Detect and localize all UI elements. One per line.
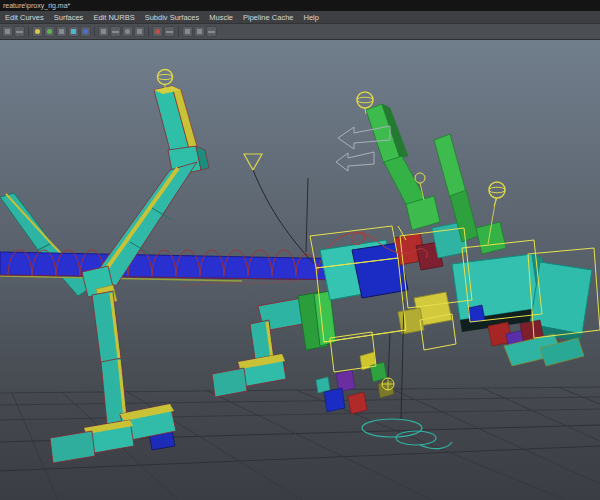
highlight-selection-yellow-icon[interactable] xyxy=(32,26,43,37)
toolbar-separator xyxy=(178,26,179,37)
menu-edit-nurbs[interactable]: Edit NURBS xyxy=(88,11,139,24)
select-tool-icon[interactable] xyxy=(14,26,25,37)
grid-glyph xyxy=(5,29,10,34)
construction-history-icon[interactable] xyxy=(164,26,175,37)
panel-layout-icon[interactable] xyxy=(2,26,13,37)
red-dot-glyph xyxy=(155,29,160,34)
title-bar[interactable]: reature\proxy_rig.ma* xyxy=(0,0,600,11)
point-glyph xyxy=(125,29,130,34)
viewport-3d[interactable] xyxy=(0,40,600,500)
snap-to-grid-icon[interactable] xyxy=(98,26,109,37)
plane-glyph xyxy=(137,29,142,34)
menu-pipeline-cache[interactable]: Pipeline Cache xyxy=(238,11,298,24)
bar-glyph xyxy=(16,31,23,33)
snap-to-point-icon[interactable] xyxy=(122,26,133,37)
render-settings-icon[interactable] xyxy=(206,26,217,37)
cube-glyph xyxy=(59,29,64,34)
yellow-dot-glyph xyxy=(35,29,40,34)
menu-help[interactable]: Help xyxy=(298,11,323,24)
render-view-icon[interactable] xyxy=(182,26,193,37)
make-live-icon[interactable] xyxy=(152,26,163,37)
snap-to-curve-icon[interactable] xyxy=(110,26,121,37)
blue-dot-glyph xyxy=(83,29,88,34)
history-glyph xyxy=(166,31,173,33)
magnet-glyph xyxy=(101,29,106,34)
select-object-icon[interactable] xyxy=(68,26,79,37)
highlight-selection-green-icon[interactable] xyxy=(44,26,55,37)
ipr-render-icon[interactable] xyxy=(194,26,205,37)
toolbar-separator xyxy=(28,26,29,37)
select-hierarchy-icon[interactable] xyxy=(56,26,67,37)
render-glyph xyxy=(185,29,190,34)
menu-edit-curves[interactable]: Edit Curves xyxy=(0,11,49,24)
select-component-icon[interactable] xyxy=(80,26,91,37)
snap-to-plane-icon[interactable] xyxy=(134,26,145,37)
status-line xyxy=(0,24,600,40)
menu-bar: Edit Curves Surfaces Edit NURBS Subdiv S… xyxy=(0,11,600,24)
settings-glyph xyxy=(208,31,215,33)
toolbar-separator xyxy=(94,26,95,37)
cyan-glyph xyxy=(71,29,76,34)
menu-muscle[interactable]: Muscle xyxy=(204,11,238,24)
viewport-scene xyxy=(0,40,600,500)
menu-surfaces[interactable]: Surfaces xyxy=(49,11,89,24)
curve-glyph xyxy=(112,31,119,33)
green-dot-glyph xyxy=(47,29,52,34)
toolbar-separator xyxy=(148,26,149,37)
menu-subdiv-surfaces[interactable]: Subdiv Surfaces xyxy=(140,11,205,24)
ipr-glyph xyxy=(197,29,202,34)
window-title: reature\proxy_rig.ma* xyxy=(3,2,70,9)
maya-window: reature\proxy_rig.ma* Edit Curves Surfac… xyxy=(0,0,600,500)
